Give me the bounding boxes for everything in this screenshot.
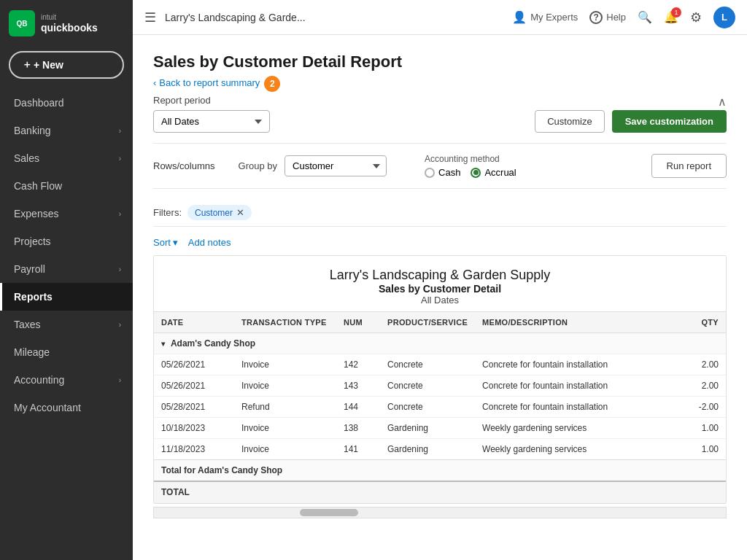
collapse-button[interactable]: ∧: [718, 95, 727, 109]
sidebar-item-projects[interactable]: Projects: [0, 228, 133, 255]
cash-radio[interactable]: [425, 168, 435, 178]
horizontal-scrollbar[interactable]: [153, 507, 727, 518]
sidebar-item-accounting[interactable]: Accounting ›: [0, 366, 133, 394]
step-badge: 2: [264, 76, 280, 92]
main-area: ☰ Larry's Landscaping & Garde... 👤 My Ex…: [133, 0, 747, 560]
rows-cols-label: Rows/columns: [153, 160, 215, 171]
sidebar-item-mileage[interactable]: Mileage: [0, 338, 133, 366]
sidebar-item-sales[interactable]: Sales ›: [0, 144, 133, 172]
sidebar-item-reports[interactable]: Reports: [0, 283, 133, 311]
topbar-actions: 👤 My Experts ? Help 🔍 🔔 1 ⚙ L: [512, 7, 735, 28]
chevron-right-icon: ›: [119, 127, 121, 135]
table-row: 10/18/2023 Invoice 138 Gardening Weekly …: [154, 418, 726, 439]
topbar: ☰ Larry's Landscaping & Garde... 👤 My Ex…: [133, 0, 747, 35]
group-header-adams: ▾ Adam's Candy Shop: [154, 333, 726, 354]
company-name: Larry's Landscaping & Garde...: [165, 12, 503, 23]
logo-area: QB intuit quickbooks: [0, 0, 133, 47]
add-notes-button[interactable]: Add notes: [188, 237, 231, 248]
chevron-down-icon[interactable]: ▾: [161, 340, 165, 348]
accounting-method-label: Accounting method: [425, 154, 516, 164]
expert-icon: 👤: [512, 10, 527, 24]
report-name: Sales by Customer Detail: [154, 283, 726, 295]
page-title: Sales by Customer Detail Report: [153, 52, 727, 71]
help-button[interactable]: ? Help: [589, 11, 626, 24]
notification-badge: 1: [671, 7, 681, 18]
help-icon: ?: [589, 11, 603, 24]
filter-row: All Dates Today This Week This Month Cus…: [153, 110, 727, 133]
accrual-radio-option[interactable]: Accrual: [471, 167, 516, 178]
accounting-radio-row: Cash Accrual: [425, 167, 516, 178]
table-row: 05/28/2021 Refund 144 Concrete Concrete …: [154, 397, 726, 418]
radio-dot: [473, 170, 479, 175]
sort-chevron-icon: ▾: [173, 237, 178, 248]
report-company: Larry's Landscaping & Garden Supply: [154, 268, 726, 283]
rows-cols-section: Rows/columns Group by Customer Product/S…: [153, 143, 727, 189]
table-row: 11/18/2023 Invoice 141 Gardening Weekly …: [154, 439, 726, 460]
sort-button[interactable]: Sort ▾: [153, 237, 178, 248]
table-header-row: DATE TRANSACTION TYPE NUM PRODUCT/SERVIC…: [154, 312, 726, 333]
hamburger-menu-icon[interactable]: ☰: [144, 9, 156, 26]
chevron-right-icon: ›: [119, 210, 121, 218]
plus-icon: ＋: [22, 58, 32, 71]
group-by-label: Group by: [239, 160, 277, 171]
accounting-method-section: Accounting method Cash Accrual: [425, 154, 516, 178]
accrual-radio[interactable]: [471, 168, 481, 178]
group-total-row: Total for Adam's Candy Shop: [154, 460, 726, 482]
table-row: 05/26/2021 Invoice 143 Concrete Concrete…: [154, 376, 726, 397]
search-icon[interactable]: 🔍: [638, 10, 652, 24]
content-area: Sales by Customer Detail Report ‹ Back t…: [133, 35, 747, 560]
sidebar-item-banking[interactable]: Banking ›: [0, 117, 133, 144]
run-btn-area: Run report: [651, 154, 727, 178]
grand-total-row: TOTAL: [154, 481, 726, 503]
filter-left: All Dates Today This Week This Month: [153, 110, 270, 133]
group-by-field: Group by Customer Product/Service Transa…: [239, 155, 387, 176]
chevron-right-icon: ›: [119, 155, 121, 163]
sidebar-item-expenses[interactable]: Expenses ›: [0, 200, 133, 228]
table-row: 05/26/2021 Invoice 142 Concrete Concrete…: [154, 354, 726, 376]
remove-filter-button[interactable]: ✕: [236, 207, 244, 218]
sidebar-item-dashboard[interactable]: Dashboard: [0, 89, 133, 117]
report-period-label: Report period: [153, 95, 727, 106]
group-by-select[interactable]: Customer Product/Service Transaction Typ…: [285, 155, 387, 176]
col-num: NUM: [336, 312, 380, 333]
report-table: DATE TRANSACTION TYPE NUM PRODUCT/SERVIC…: [154, 311, 726, 503]
col-qty: QTY: [675, 312, 726, 333]
run-report-button[interactable]: Run report: [651, 154, 727, 178]
chevron-right-icon: ›: [119, 265, 121, 273]
report-header: Larry's Landscaping & Garden Supply Sale…: [154, 256, 726, 311]
sidebar: QB intuit quickbooks ＋ + New Dashboard B…: [0, 0, 133, 560]
quickbooks-logo: QB: [9, 10, 35, 36]
new-button[interactable]: ＋ + New: [9, 51, 124, 79]
sidebar-item-taxes[interactable]: Taxes ›: [0, 311, 133, 338]
filters-bar: Filters: Customer ✕: [153, 199, 727, 227]
chevron-left-icon: ‹: [153, 77, 156, 88]
report-dates: All Dates: [154, 295, 726, 306]
col-product: PRODUCT/SERVICE: [380, 312, 475, 333]
chevron-right-icon: ›: [119, 376, 121, 384]
filters-label: Filters:: [153, 207, 182, 218]
sidebar-item-my-accountant[interactable]: My Accountant: [0, 394, 133, 421]
save-customization-button[interactable]: Save customization: [612, 110, 727, 133]
col-transaction-type: TRANSACTION TYPE: [234, 312, 336, 333]
customize-button[interactable]: Customize: [535, 110, 604, 133]
settings-icon[interactable]: ⚙: [690, 9, 702, 26]
chevron-right-icon: ›: [119, 321, 121, 329]
period-select[interactable]: All Dates Today This Week This Month: [153, 110, 270, 133]
report-wrapper: Larry's Landscaping & Garden Supply Sale…: [153, 255, 727, 504]
sort-add-row: Sort ▾ Add notes: [153, 233, 727, 255]
col-date: DATE: [154, 312, 234, 333]
sidebar-item-payroll[interactable]: Payroll ›: [0, 255, 133, 283]
back-to-summary-link[interactable]: ‹ Back to report summary: [153, 77, 260, 88]
app-name: intuit quickbooks: [41, 13, 98, 34]
cash-radio-option[interactable]: Cash: [425, 167, 460, 178]
svg-text:QB: QB: [16, 20, 27, 28]
customer-filter-tag: Customer ✕: [187, 205, 252, 220]
user-avatar[interactable]: L: [713, 7, 735, 28]
col-memo: MEMO/DESCRIPTION: [475, 312, 675, 333]
notifications-icon[interactable]: 🔔 1: [664, 10, 678, 24]
my-experts-button[interactable]: 👤 My Experts: [512, 10, 578, 24]
sidebar-item-cashflow[interactable]: Cash Flow: [0, 172, 133, 200]
action-buttons: Customize Save customization: [535, 110, 727, 133]
